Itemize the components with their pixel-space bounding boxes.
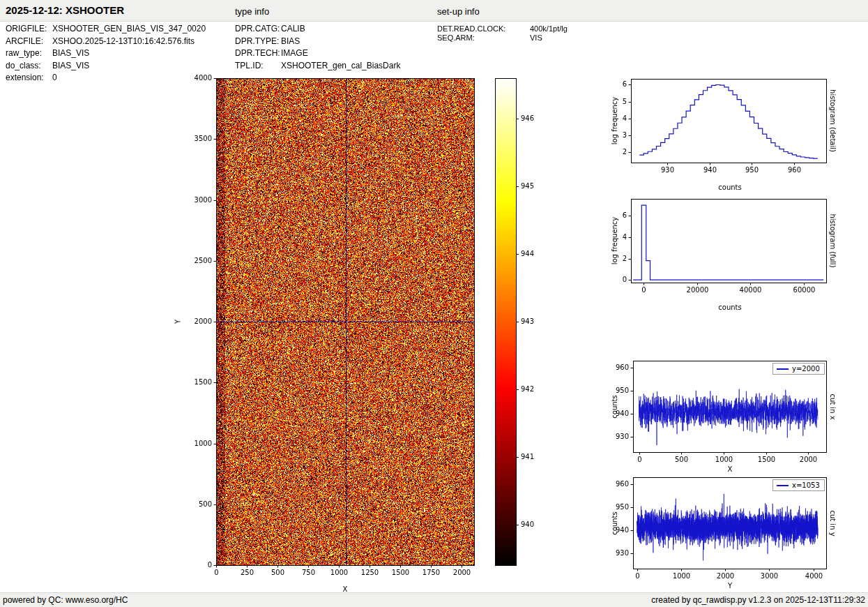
legend-label: y=2000 [792, 365, 820, 373]
info-row: ARCFILE:XSHOO.2025-12-13T10:16:42.576.fi… [6, 36, 206, 48]
type-info-heading: type info [235, 6, 269, 17]
info-row: do_class:BIAS_VIS [6, 60, 206, 73]
info-label: TPL.ID: [235, 60, 281, 73]
info-label: raw_type: [6, 47, 52, 60]
hist-detail-side-title: histogram (detail) [829, 89, 837, 152]
setup-info-block: DET.READ.CLOCK:400k/1pt/lg SEQ.ARM:VIS [437, 24, 568, 42]
info-value: 400k/1pt/lg [530, 24, 568, 33]
info-row: DPR.TYPE:BIAS [235, 36, 400, 48]
cut-y-legend: x=1053 [772, 479, 825, 491]
info-label: do_class: [6, 60, 52, 73]
info-label: ARCFILE: [6, 36, 52, 48]
info-label: DPR.TECH: [235, 47, 281, 60]
cut-x-yaxis-title: counts [611, 395, 618, 418]
main-yaxis-title: Y [174, 320, 182, 324]
footer-credit-left: powered by QC: www.eso.org/HC [3, 593, 128, 607]
info-label: SEQ.ARM: [437, 33, 530, 43]
info-row: DPR.TECH:IMAGE [235, 47, 400, 60]
type-info-block: DPR.CATG:CALIB DPR.TYPE:BIAS DPR.TECH:IM… [235, 23, 400, 72]
legend-line-sample [777, 368, 789, 370]
cut-x-legend: y=2000 [772, 363, 825, 375]
footer-credit-right: created by qc_rawdisp.py v1.2.3 on 2025-… [651, 593, 865, 607]
setup-info-heading: set-up info [437, 6, 480, 17]
info-row: DPR.CATG:CALIB [235, 23, 400, 36]
file-info-block: ORIGFILE:XSHOOTER_GEN_BIAS_VIS_347_0020 … [6, 23, 206, 84]
info-row: extension:0 [6, 72, 206, 84]
info-label: DPR.CATG: [235, 23, 281, 36]
page-title: 2025-12-12: XSHOOTER [6, 4, 124, 16]
info-value: BIAS_VIS [52, 48, 89, 58]
hist-full-yaxis-title: log frequency [611, 217, 618, 265]
info-label: DET.READ.CLOCK: [437, 24, 530, 33]
info-row: DET.READ.CLOCK:400k/1pt/lg [437, 24, 568, 33]
page-header: 2025-12-12: XSHOOTER type info set-up in… [0, 0, 868, 22]
legend-label: x=1053 [792, 481, 820, 489]
page-footer: powered by QC: www.eso.org/HC created by… [0, 592, 868, 607]
cut-y-yaxis-title: counts [611, 511, 618, 534]
cut-x-xaxis-title: X [728, 465, 733, 473]
hist-full-xaxis-title: counts [718, 304, 741, 311]
info-value: XSHOOTER_gen_cal_BiasDark [281, 61, 400, 70]
info-value: XSHOOTER_GEN_BIAS_VIS_347_0020 [52, 24, 206, 33]
info-row: ORIGFILE:XSHOOTER_GEN_BIAS_VIS_347_0020 [6, 23, 206, 36]
cut-y-side-title: cut in y [829, 510, 837, 536]
hist-detail-yaxis-title: log frequency [611, 97, 618, 145]
info-value: IMAGE [281, 48, 308, 58]
hist-detail-xaxis-title: counts [718, 183, 741, 191]
legend-line-sample [777, 485, 789, 486]
info-row: SEQ.ARM:VIS [437, 33, 568, 43]
info-row: TPL.ID:XSHOOTER_gen_cal_BiasDark [235, 60, 400, 73]
info-value: CALIB [281, 24, 305, 33]
info-value: VIS [530, 33, 542, 42]
cut-x-side-title: cut in x [829, 394, 837, 419]
info-value: BIAS_VIS [52, 61, 89, 70]
info-value: 0 [52, 73, 57, 82]
hist-full-side-title: histogram (full) [829, 213, 837, 267]
info-label: ORIGFILE: [6, 23, 52, 36]
info-value: BIAS [281, 36, 300, 46]
cut-y-xaxis-title: Y [728, 582, 732, 590]
info-label: extension: [6, 72, 52, 84]
info-label: DPR.TYPE: [235, 36, 281, 48]
info-row: raw_type:BIAS_VIS [6, 47, 206, 60]
info-value: XSHOO.2025-12-13T10:16:42.576.fits [52, 36, 195, 46]
